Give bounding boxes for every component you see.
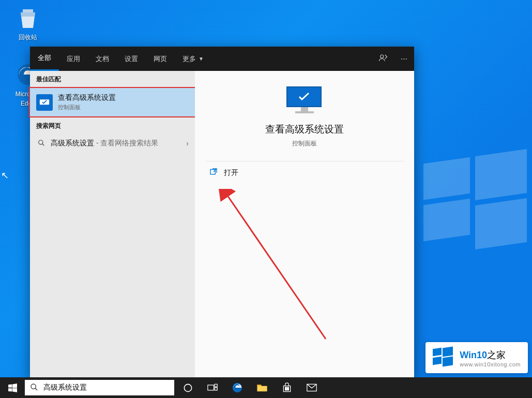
start-button[interactable] xyxy=(0,377,25,398)
svg-rect-18 xyxy=(287,389,289,391)
watermark-url: www.win10xitong.com xyxy=(460,361,521,367)
more-options-icon[interactable]: ⋯ xyxy=(393,55,414,63)
search-results-list: 最佳匹配 查看高级系统设置 控制面板 搜索网页 高级系统设置 - 查看网络搜索 xyxy=(30,71,195,378)
search-icon xyxy=(36,139,47,148)
svg-line-9 xyxy=(35,388,37,390)
svg-line-5 xyxy=(42,143,44,145)
svg-rect-12 xyxy=(215,384,217,387)
watermark-logo-icon xyxy=(433,347,454,369)
taskbar-store[interactable] xyxy=(275,377,299,398)
monitor-checkmark-icon xyxy=(286,86,323,115)
result-title: 查看高级系统设置 xyxy=(58,93,116,102)
monitor-checkmark-icon xyxy=(36,94,53,111)
result-web-search[interactable]: 高级系统设置 - 查看网络搜索结果 › xyxy=(30,134,195,153)
watermark-brand: Win10之家 xyxy=(460,349,521,361)
svg-point-8 xyxy=(31,384,36,389)
wallpaper-windows-glyph xyxy=(423,145,527,248)
tab-all[interactable]: 全部 xyxy=(30,47,59,71)
taskbar-cortana[interactable] xyxy=(175,377,200,398)
svg-point-4 xyxy=(39,140,43,144)
chevron-right-icon: › xyxy=(186,139,189,148)
svg-rect-15 xyxy=(285,387,287,389)
tab-web[interactable]: 网页 xyxy=(146,47,175,71)
section-web-search: 搜索网页 xyxy=(30,117,195,134)
detail-subtitle: 控制面板 xyxy=(216,139,393,148)
search-panel: 全部 应用 文档 设置 网页 更多▼ ⋯ 最佳匹配 查看高级系统设置 xyxy=(30,47,414,378)
tab-documents[interactable]: 文档 xyxy=(88,47,117,71)
action-label: 打开 xyxy=(224,168,238,178)
chevron-down-icon: ▼ xyxy=(199,56,204,62)
svg-point-10 xyxy=(184,384,191,391)
taskbar-search-input[interactable] xyxy=(43,380,174,395)
taskbar-taskview[interactable] xyxy=(200,377,225,398)
watermark: Win10之家 www.win10xitong.com xyxy=(425,342,528,373)
svg-rect-13 xyxy=(215,388,217,390)
svg-rect-0 xyxy=(23,9,33,12)
taskbar-file-explorer[interactable] xyxy=(250,377,275,398)
feedback-icon[interactable] xyxy=(373,53,393,64)
search-icon xyxy=(25,383,43,393)
taskbar-mail[interactable] xyxy=(299,377,324,398)
taskbar-edge[interactable] xyxy=(225,377,250,398)
svg-point-2 xyxy=(381,55,384,58)
taskbar-search[interactable] xyxy=(25,380,174,395)
tab-more[interactable]: 更多▼ xyxy=(175,47,211,71)
action-open[interactable]: 打开 xyxy=(195,161,414,184)
svg-rect-11 xyxy=(208,385,214,390)
web-result-text: 高级系统设置 - 查看网络搜索结果 xyxy=(51,139,158,148)
section-best-match: 最佳匹配 xyxy=(30,71,195,87)
desktop-icon-recycle-bin[interactable]: 回收站 xyxy=(10,5,45,42)
result-subtitle: 控制面板 xyxy=(58,104,116,111)
cursor-icon: ↖ xyxy=(1,170,9,181)
windows-icon xyxy=(8,384,17,392)
tab-apps[interactable]: 应用 xyxy=(59,47,88,71)
taskbar xyxy=(0,377,532,398)
svg-rect-17 xyxy=(285,389,287,391)
search-tabs-bar: 全部 应用 文档 设置 网页 更多▼ ⋯ xyxy=(30,47,414,71)
desktop-icon-label: 回收站 xyxy=(19,34,37,41)
svg-rect-6 xyxy=(210,169,215,174)
result-best-match[interactable]: 查看高级系统设置 控制面板 xyxy=(29,87,196,117)
svg-rect-16 xyxy=(287,387,289,389)
open-icon xyxy=(209,168,218,178)
search-detail-pane: 查看高级系统设置 控制面板 打开 xyxy=(195,71,414,378)
recycle-bin-icon xyxy=(16,5,40,30)
desktop: 回收站 Microsoft Edge ↖ 全部 应用 文档 设置 网页 更多▼ … xyxy=(0,0,532,398)
detail-title: 查看高级系统设置 xyxy=(216,123,393,136)
tab-settings[interactable]: 设置 xyxy=(117,47,146,71)
